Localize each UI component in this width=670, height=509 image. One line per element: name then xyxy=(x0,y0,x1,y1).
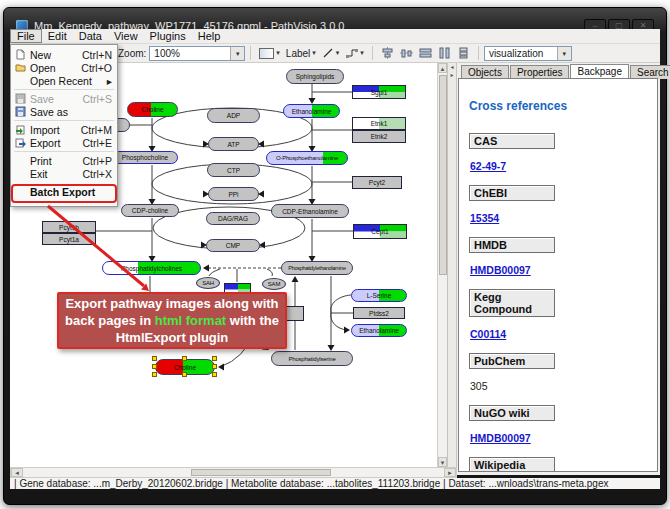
save-icon xyxy=(15,93,30,104)
menu-edit[interactable]: Edit xyxy=(42,29,73,43)
node-ptdss2[interactable]: Ptdss2 xyxy=(353,307,405,319)
menu-item-export[interactable]: Export Ctrl+E xyxy=(11,136,117,149)
menu-view[interactable]: View xyxy=(108,29,144,43)
node-ethanolamine-bottom[interactable]: Ethanolamine xyxy=(351,324,407,337)
sidebar-splitter[interactable]: ◂ ▸ xyxy=(447,63,457,467)
menu-shortcut: Ctrl+X xyxy=(83,168,112,180)
node-sphingolipids[interactable]: Sphingolipids xyxy=(286,69,344,84)
align-middle-button[interactable] xyxy=(397,45,416,61)
horizontal-scroll-thumb[interactable] xyxy=(191,469,331,476)
node-phosphatidylethanolamine[interactable]: Phosphatidylethanolamine xyxy=(281,261,353,275)
chebi-link[interactable]: 15354 xyxy=(470,212,499,224)
menu-item-print[interactable]: Print Ctrl+P xyxy=(11,154,117,167)
cas-link[interactable]: 62-49-7 xyxy=(470,160,506,172)
selection-handle[interactable] xyxy=(212,356,217,361)
node-gene-box-unlabeled[interactable] xyxy=(286,306,304,321)
menu-item-open[interactable]: Open Ctrl+O xyxy=(11,61,117,74)
stack-button[interactable] xyxy=(454,45,473,61)
tab-search[interactable]: Search xyxy=(630,65,670,79)
selection-handle[interactable] xyxy=(152,372,157,377)
node-phosphatidylserine[interactable]: Phosphatidylserine xyxy=(271,351,353,366)
splitter-collapse-right-icon[interactable]: ▸ xyxy=(448,71,456,79)
selection-handle[interactable] xyxy=(182,356,187,361)
scroll-left-icon[interactable]: ◄ xyxy=(11,468,23,477)
connector-icon xyxy=(345,47,358,59)
selection-handle[interactable] xyxy=(182,372,187,377)
node-sah[interactable]: SAH xyxy=(196,277,220,289)
node-adp[interactable]: ADP xyxy=(207,108,260,123)
distribute-vertical-button[interactable] xyxy=(435,45,454,61)
node-pcyt2[interactable]: Pcyt2 xyxy=(352,176,402,189)
menu-item-label: New xyxy=(30,49,51,61)
menu-data[interactable]: Data xyxy=(73,29,108,43)
node-sgpl1[interactable]: Sgpl1 xyxy=(352,85,406,99)
gene-tool-button[interactable]: ▾ xyxy=(256,45,283,61)
menu-item-label: Export xyxy=(30,137,60,149)
selection-handle[interactable] xyxy=(152,364,157,369)
scroll-down-icon[interactable]: ▼ xyxy=(438,457,447,467)
label-tool-button[interactable]: Label ▾ xyxy=(283,45,319,61)
menu-item-save-as[interactable]: Save as xyxy=(11,105,117,118)
scroll-up-icon[interactable]: ▲ xyxy=(438,63,447,73)
zoom-value: 100% xyxy=(150,48,230,59)
node-l-serine[interactable]: L-Serine xyxy=(351,289,407,302)
align-center-button[interactable] xyxy=(378,45,397,61)
menu-item-import[interactable]: Import Ctrl+M xyxy=(11,123,117,136)
kegg-link[interactable]: C00114 xyxy=(470,328,506,340)
menu-item-label: Print xyxy=(30,155,52,167)
distribute-horizontal-button[interactable] xyxy=(416,45,435,61)
menu-plugins[interactable]: Plugins xyxy=(144,29,192,43)
submenu-arrow-icon: ▸ xyxy=(107,75,112,87)
menu-item-new[interactable]: New Ctrl+N xyxy=(11,48,117,61)
node-choline-top[interactable]: Choline xyxy=(127,102,178,117)
node-phosphatidylcholines[interactable]: Phosphatidylcholines xyxy=(102,261,201,275)
selection-handle[interactable] xyxy=(212,372,217,377)
scroll-right-icon[interactable]: ► xyxy=(444,468,456,477)
node-pcyt1a[interactable]: Pcyt1a xyxy=(42,233,96,245)
line-tool-button[interactable]: ▾ xyxy=(319,45,343,61)
node-etnk2[interactable]: Etnk2 xyxy=(352,130,406,143)
menu-file[interactable]: File xyxy=(10,29,42,43)
canvas-vertical-scrollbar[interactable]: ▲ ▼ xyxy=(437,63,447,467)
menu-item-save[interactable]: Save Ctrl+S xyxy=(11,92,117,105)
chevron-down-icon[interactable]: ▾ xyxy=(230,47,244,60)
splitter-collapse-left-icon[interactable]: ◂ xyxy=(448,63,456,71)
node-ppi[interactable]: PPi xyxy=(208,187,259,201)
chevron-down-icon: ▾ xyxy=(360,49,364,57)
status-bar: | Gene database: ...m_Derby_20120602.bri… xyxy=(10,478,660,489)
sidebar: Objects Properties Backpage Search Legen… xyxy=(457,63,660,475)
connector-tool-button[interactable]: ▾ xyxy=(342,45,367,61)
menu-help[interactable]: Help xyxy=(192,29,227,43)
tab-properties[interactable]: Properties xyxy=(510,65,570,79)
node-pcyt1b[interactable]: Pcyt1b xyxy=(42,221,96,233)
menu-item-open-recent[interactable]: Open Recent ▸ xyxy=(11,74,117,87)
menu-item-batch-export[interactable]: Batch Export xyxy=(11,185,117,198)
node-sam[interactable]: SAM xyxy=(262,278,286,290)
node-cdp-ethanolamine[interactable]: CDP-Ethanolamine xyxy=(271,204,349,218)
node-phosphocholine[interactable]: Phosphocholine xyxy=(112,151,178,164)
canvas-horizontal-scrollbar[interactable]: ◄ ► xyxy=(10,467,457,478)
tab-objects[interactable]: Objects xyxy=(461,65,509,79)
chevron-down-icon[interactable]: ▾ xyxy=(557,47,571,60)
node-dag[interactable]: DAG/RAG xyxy=(206,212,260,225)
nugo-link[interactable]: HMDB00097 xyxy=(470,432,531,444)
toolbar-separator xyxy=(478,46,479,60)
vertical-scroll-thumb[interactable] xyxy=(439,75,447,275)
node-atp[interactable]: ATP xyxy=(208,137,259,151)
tab-backpage[interactable]: Backpage xyxy=(570,64,628,79)
zoom-combobox[interactable]: 100% ▾ xyxy=(149,46,245,61)
hmdb-link[interactable]: HMDB00097 xyxy=(470,264,531,276)
node-cdp-choline[interactable]: CDP-choline xyxy=(121,204,179,217)
node-etnk1[interactable]: Etnk1 xyxy=(352,117,406,130)
menu-item-exit[interactable]: Exit Ctrl+X xyxy=(11,167,117,180)
node-cmp[interactable]: CMP xyxy=(206,239,260,252)
node-ethanolamine-top[interactable]: Ethanolamine xyxy=(283,104,340,118)
visualization-value: visualization xyxy=(485,48,557,59)
node-o-phosphoethanolamine[interactable]: O-Phosphoethanolamine xyxy=(266,151,348,165)
visualization-combobox[interactable]: visualization ▾ xyxy=(484,46,572,61)
selection-handle[interactable] xyxy=(212,364,217,369)
selection-handle[interactable] xyxy=(152,356,157,361)
annotation-callout: Export pathway images along with back pa… xyxy=(57,292,287,349)
node-ctp[interactable]: CTP xyxy=(207,163,260,177)
node-cept1[interactable]: Cept1 xyxy=(353,224,407,239)
